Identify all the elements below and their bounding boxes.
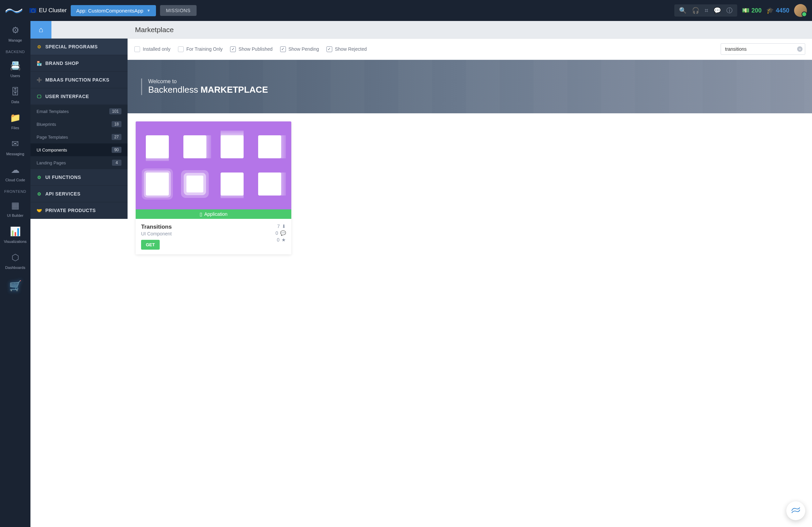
eu-flag-icon	[29, 8, 36, 13]
rail-users[interactable]: 📇 Users	[0, 57, 30, 83]
product-card[interactable]: ▯ Application Transitions UI Component G…	[136, 121, 291, 254]
gears-icon: ⚙	[37, 191, 42, 196]
filter-training-only[interactable]: For Training Only	[178, 46, 223, 52]
star-icon: ★	[281, 237, 286, 243]
cluster-label: EU Cluster	[39, 7, 67, 14]
checkbox-checked-icon: ✓	[230, 46, 236, 52]
card-tag: ▯ Application	[136, 209, 291, 219]
cat-ui-functions[interactable]: ⚙ UI FUNCTIONS	[30, 169, 128, 186]
rail-backend-header: BACKEND	[6, 47, 25, 57]
cat-brand-shop[interactable]: 🏪 BRAND SHOP	[30, 55, 128, 72]
checkbox-checked-icon: ✓	[327, 46, 332, 52]
rail-frontend-header: FRONTEND	[4, 187, 26, 196]
rail-visualizations[interactable]: 📊 Visualizations	[0, 222, 30, 248]
cash-icon: 💵	[742, 7, 750, 14]
rail-files[interactable]: 📁 Files	[0, 108, 30, 135]
checkbox-icon	[134, 46, 140, 52]
mobile-icon: ▯	[200, 211, 202, 217]
chat-icon[interactable]: 💬	[713, 7, 721, 14]
rail-data[interactable]: 🗄 Data	[0, 83, 30, 108]
checkbox-icon	[178, 46, 184, 52]
dashboard-icon: ⬡	[1, 252, 29, 263]
rail-marketplace[interactable]: 🛒	[0, 274, 30, 297]
cart-icon: 🛒	[9, 280, 21, 291]
filter-show-pending[interactable]: ✓ Show Pending	[280, 46, 319, 52]
slack-icon[interactable]: ⌗	[705, 7, 708, 14]
database-icon: 🗄	[1, 87, 29, 97]
card-title: Transitions	[141, 223, 275, 230]
chevron-down-icon: ▼	[147, 9, 150, 13]
gear-icon: ⚙	[1, 25, 29, 35]
handshake-icon: 🤝	[37, 208, 42, 213]
cat-api-services[interactable]: ⚙ API SERVICES	[30, 186, 128, 202]
transition-preview-icon	[146, 135, 169, 158]
checkbox-checked-icon: ✓	[280, 46, 286, 52]
info-icon[interactable]: ⓘ	[726, 6, 733, 15]
sub-blueprints[interactable]: Blueprints 18	[30, 118, 128, 131]
stat-stars: 0 ★	[277, 237, 286, 243]
cat-mbaas[interactable]: ➕ MBAAS FUNCTION PACKS	[30, 72, 128, 88]
brand-logo[interactable]	[5, 5, 25, 16]
gears-icon: ⚙	[37, 44, 42, 49]
download-icon: ⬇	[282, 223, 286, 229]
rail-cloud-code[interactable]: ☁ Cloud Code	[0, 161, 30, 187]
credits-blue[interactable]: 🎓 4450	[766, 7, 789, 14]
card-subtitle: UI Component	[141, 231, 275, 236]
home-icon: ⌂	[39, 25, 43, 34]
filter-show-published[interactable]: ✓ Show Published	[230, 46, 272, 52]
support-icon[interactable]: 🎧	[692, 7, 699, 14]
filter-installed-only[interactable]: Installed only	[134, 46, 171, 52]
missions-button[interactable]: MISSIONS	[160, 5, 197, 16]
rail-dashboards[interactable]: ⬡ Dashboards	[0, 248, 30, 274]
sub-landing-pages[interactable]: Landing Pages 4	[30, 156, 128, 169]
layout-icon: ▦	[1, 200, 29, 211]
envelope-icon: ✉	[1, 139, 29, 149]
transition-preview-icon	[221, 135, 244, 158]
sub-email-templates[interactable]: Email Templates 101	[30, 105, 128, 118]
search-icon[interactable]: 🔍	[679, 7, 686, 14]
rail-messaging[interactable]: ✉ Messaging	[0, 135, 30, 161]
graduation-icon: 🎓	[766, 7, 774, 14]
comment-icon: 💬	[280, 230, 286, 236]
transition-preview-icon	[258, 135, 281, 158]
app-selector[interactable]: App: CustomComponentsApp ▼	[71, 5, 156, 16]
hero-welcome: Welcome to	[148, 78, 268, 85]
transition-preview-icon	[186, 176, 203, 192]
app-label: App: CustomComponentsApp	[76, 8, 143, 14]
transition-preview-icon	[258, 173, 281, 195]
cluster-selector[interactable]: EU Cluster	[29, 7, 67, 14]
cloud-icon: ☁	[1, 165, 29, 175]
transition-preview-icon	[183, 135, 206, 158]
rail-manage[interactable]: ⚙ Manage	[0, 21, 30, 47]
chat-widget[interactable]	[786, 501, 805, 520]
filter-show-rejected[interactable]: ✓ Show Rejected	[327, 46, 367, 52]
card-preview	[136, 121, 291, 209]
shop-icon: 🏪	[37, 61, 42, 66]
stat-comments: 0 💬	[275, 230, 286, 236]
user-avatar[interactable]	[794, 4, 807, 17]
cat-user-interface[interactable]: 🖵 USER INTERFACE	[30, 88, 128, 105]
credits-green[interactable]: 💵 200	[742, 7, 762, 14]
transition-preview-icon	[146, 173, 169, 195]
plus-icon: ➕	[37, 77, 42, 83]
cat-special-programs[interactable]: ⚙ SPECIAL PROGRAMS	[30, 39, 128, 55]
page-title: Marketplace	[128, 26, 174, 34]
users-icon: 📇	[1, 61, 29, 71]
chart-icon: 📊	[1, 226, 29, 237]
rail-ui-builder[interactable]: ▦ UI Builder	[0, 196, 30, 222]
monitor-icon: 🖵	[37, 94, 42, 99]
stat-downloads: 7 ⬇	[277, 223, 286, 229]
hero-banner: Welcome to Backendless MARKETPLACE	[128, 60, 812, 113]
sub-ui-components[interactable]: UI Components 90	[30, 143, 128, 156]
sub-page-templates[interactable]: Page Templates 27	[30, 131, 128, 143]
home-button[interactable]: ⌂	[30, 21, 52, 39]
folder-icon: 📁	[1, 113, 29, 123]
cat-private-products[interactable]: 🤝 PRIVATE PRODUCTS	[30, 202, 128, 219]
transition-preview-icon	[221, 173, 244, 195]
hero-title: Backendless MARKETPLACE	[148, 85, 268, 95]
get-button[interactable]: GET	[141, 240, 160, 250]
search-input[interactable]	[721, 43, 805, 55]
gears-icon: ⚙	[37, 175, 42, 180]
clear-search-icon[interactable]: ✕	[797, 46, 802, 52]
